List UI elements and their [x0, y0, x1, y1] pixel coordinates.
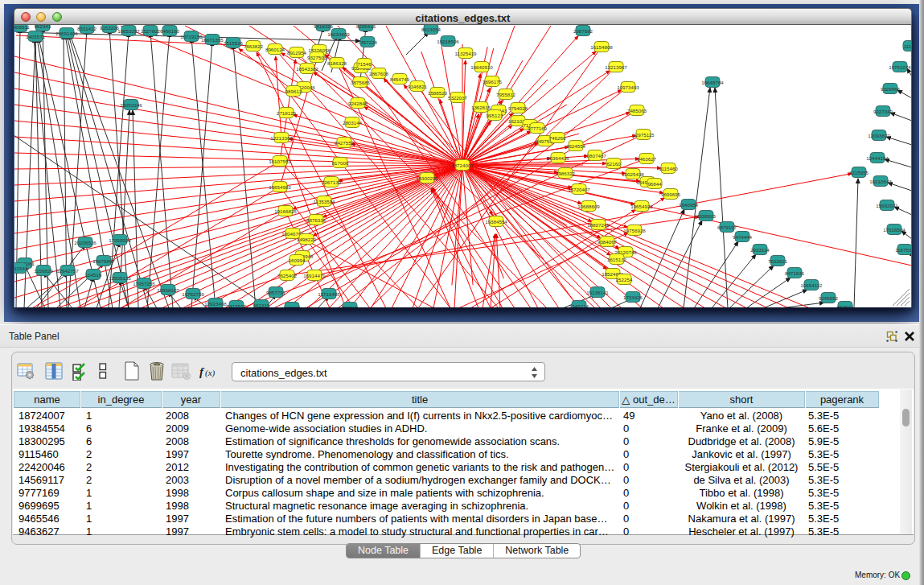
svg-text:20206526: 20206526	[74, 240, 97, 245]
svg-text:841205: 841205	[284, 305, 301, 308]
svg-text:6879197: 6879197	[717, 225, 737, 230]
svg-text:17957255: 17957255	[133, 281, 155, 286]
svg-text:3267130: 3267130	[322, 179, 342, 185]
svg-text:2933114: 2933114	[750, 247, 770, 253]
svg-text:8236413: 8236413	[356, 25, 376, 29]
svg-text:17359924: 17359924	[109, 237, 131, 243]
svg-text:114519: 114519	[85, 272, 102, 278]
svg-text:16671355: 16671355	[201, 37, 224, 43]
svg-text:5322037: 5322037	[448, 95, 468, 101]
svg-text:19975867: 19975867	[92, 258, 115, 264]
svg-text:12505135: 12505135	[109, 275, 131, 281]
svg-text:20691406: 20691406	[55, 31, 78, 36]
svg-text:160994: 160994	[289, 257, 306, 263]
svg-text:9327503: 9327503	[307, 55, 327, 60]
svg-text:10807487: 10807487	[584, 153, 606, 159]
svg-text:832641: 832641	[837, 304, 854, 308]
svg-text:19384554: 19384554	[485, 219, 507, 225]
svg-text:12444154: 12444154	[866, 155, 889, 161]
svg-text:9384067: 9384067	[598, 239, 618, 245]
svg-text:6466160: 6466160	[160, 28, 180, 34]
svg-text:8471636: 8471636	[785, 270, 805, 276]
svg-text:19654983: 19654983	[269, 184, 291, 190]
svg-text:7986322: 7986322	[556, 171, 576, 176]
svg-text:19218506: 19218506	[437, 39, 459, 44]
svg-text:1156829: 1156829	[34, 268, 53, 274]
svg-text:1588520: 1588520	[428, 90, 448, 96]
svg-text:18724007: 18724007	[451, 163, 474, 168]
svg-text:15692971: 15692971	[876, 203, 898, 208]
svg-text:9415532: 9415532	[227, 303, 247, 308]
svg-text:8215955: 8215955	[849, 170, 869, 175]
svg-text:16107553: 16107553	[269, 159, 291, 164]
svg-text:9146821: 9146821	[408, 84, 428, 89]
svg-text:9115460: 9115460	[659, 166, 678, 171]
svg-text:7632621: 7632621	[768, 258, 788, 264]
svg-text:12213363: 12213363	[270, 135, 293, 141]
svg-text:3624554: 3624554	[566, 143, 586, 149]
svg-text:746266: 746266	[549, 135, 566, 141]
svg-text:16914479: 16914479	[303, 273, 326, 278]
svg-text:12942757: 12942757	[56, 268, 79, 274]
svg-text:62160: 62160	[606, 161, 621, 167]
svg-text:16543382: 16543382	[296, 66, 318, 72]
svg-text:9699695: 9699695	[661, 192, 681, 197]
svg-text:17016504: 17016504	[883, 227, 906, 233]
svg-text:2718129: 2718129	[277, 110, 297, 116]
svg-text:989612: 989612	[285, 89, 302, 94]
svg-text:15136141: 15136141	[586, 290, 609, 295]
svg-text:9463627: 9463627	[637, 156, 657, 162]
svg-text:16648784: 16648784	[701, 80, 724, 85]
svg-text:16782759: 16782759	[182, 291, 204, 297]
svg-text:9153206: 9153206	[100, 25, 120, 31]
svg-text:15720407: 15720407	[568, 187, 590, 192]
svg-text:18300295: 18300295	[416, 175, 438, 181]
svg-text:10653287: 10653287	[117, 28, 140, 34]
svg-text:1640954: 1640954	[679, 202, 699, 208]
svg-text:10958107: 10958107	[157, 287, 179, 293]
svg-text:71546: 71546	[357, 61, 372, 67]
svg-text:8186328: 8186328	[327, 60, 347, 66]
svg-text:8938923: 8938923	[696, 213, 717, 219]
svg-text:10719155: 10719155	[180, 34, 203, 39]
svg-text:16033809: 16033809	[327, 31, 350, 37]
svg-text:8427552: 8427552	[335, 140, 355, 146]
svg-text:19756928: 19756928	[623, 228, 646, 233]
svg-text:15716485: 15716485	[318, 291, 340, 297]
svg-text:f: f	[199, 365, 205, 378]
svg-text:9245652: 9245652	[819, 295, 839, 301]
svg-text:2867608: 2867608	[369, 71, 389, 76]
svg-text:817006: 817006	[332, 160, 349, 166]
svg-text:3875685: 3875685	[351, 80, 371, 85]
svg-text:16154808: 16154808	[590, 44, 613, 50]
svg-text:8613054: 8613054	[421, 27, 441, 32]
svg-text:770112: 770112	[342, 305, 359, 308]
svg-text:2803144: 2803144	[343, 120, 363, 126]
svg-text:12975115: 12975115	[632, 132, 655, 138]
svg-text:7663822: 7663822	[244, 43, 264, 49]
svg-text:11353594: 11353594	[313, 199, 335, 204]
svg-text:8454749: 8454749	[390, 76, 410, 82]
svg-text:9777169: 9777169	[528, 126, 548, 131]
svg-text:11123: 11123	[904, 43, 911, 49]
svg-text:1498222: 1498222	[297, 237, 317, 242]
svg-text:1167533: 1167533	[895, 247, 911, 253]
svg-text:252254: 252254	[616, 277, 633, 282]
svg-text:1405571: 1405571	[26, 34, 46, 39]
svg-text:995123: 995123	[487, 113, 503, 118]
svg-text:10973493: 10973493	[617, 84, 639, 90]
svg-text:10025438: 10025438	[622, 171, 644, 177]
svg-text:19654923: 19654923	[630, 204, 653, 209]
svg-text:9794028: 9794028	[508, 105, 528, 111]
svg-text:(x): (x)	[205, 368, 216, 378]
svg-text:11325419: 11325419	[454, 51, 477, 56]
svg-text:2087682: 2087682	[573, 28, 593, 34]
svg-text:10654112: 10654112	[800, 282, 823, 288]
svg-text:20364436: 20364436	[547, 155, 569, 161]
svg-text:7485063: 7485063	[627, 108, 647, 113]
svg-text:19166825: 19166825	[274, 208, 297, 214]
svg-text:12213967: 12213967	[605, 64, 627, 70]
svg-text:7625402: 7625402	[277, 273, 298, 278]
svg-text:9242848: 9242848	[348, 101, 368, 106]
svg-text:12923468: 12923468	[204, 301, 227, 307]
